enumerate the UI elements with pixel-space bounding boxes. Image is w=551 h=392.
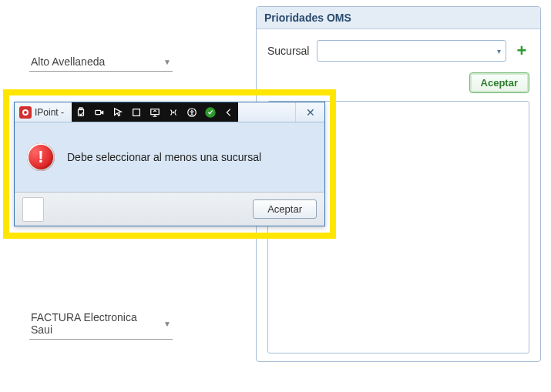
documents-icon bbox=[22, 197, 44, 222]
invoice-type-dropdown-label: FACTURA Electronica Saui bbox=[31, 311, 157, 336]
dialog-title-left: IPoint - bbox=[15, 102, 69, 122]
branch-dropdown[interactable]: Alto Avellaneda ▼ bbox=[29, 52, 173, 72]
video-icon[interactable] bbox=[93, 106, 106, 119]
sucursal-select[interactable]: ▾ bbox=[317, 40, 506, 62]
warning-icon: ! bbox=[27, 143, 55, 171]
check-circle-icon[interactable] bbox=[204, 106, 217, 119]
add-sucursal-button[interactable]: + bbox=[514, 43, 529, 59]
cursor-icon[interactable] bbox=[112, 106, 124, 119]
clipboard-icon[interactable] bbox=[75, 106, 87, 119]
dialog-accept-button[interactable]: Aceptar bbox=[253, 199, 317, 219]
dialog-body: ! Debe seleccionar al menos una sucursal bbox=[15, 122, 324, 192]
branch-dropdown-label: Alto Avellaneda bbox=[31, 55, 105, 68]
alert-dialog: IPoint - ✕ ! Debe seleccionar al menos u… bbox=[14, 102, 325, 226]
chevron-left-icon[interactable] bbox=[223, 106, 235, 119]
svg-point-8 bbox=[191, 109, 193, 111]
plus-icon: + bbox=[517, 42, 527, 59]
sucursal-row: Sucursal ▾ + bbox=[267, 40, 529, 62]
dialog-footer: Aceptar bbox=[15, 192, 324, 226]
accessibility-icon[interactable] bbox=[186, 106, 198, 119]
screen-arrow-icon[interactable] bbox=[149, 106, 161, 119]
close-icon: ✕ bbox=[306, 106, 315, 119]
broadcast-icon[interactable] bbox=[167, 106, 180, 119]
square-icon[interactable] bbox=[130, 106, 143, 119]
svg-rect-3 bbox=[96, 110, 101, 114]
app-icon bbox=[19, 106, 32, 119]
dialog-message: Debe seleccionar al menos una sucursal bbox=[67, 151, 261, 163]
dialog-close-button[interactable]: ✕ bbox=[295, 102, 324, 122]
dialog-titlebar: IPoint - ✕ bbox=[15, 102, 324, 122]
caret-down-icon: ▼ bbox=[163, 58, 171, 66]
recorder-toolbar bbox=[72, 102, 238, 122]
panel-title: Prioridades OMS bbox=[257, 7, 540, 29]
svg-point-6 bbox=[173, 111, 175, 113]
caret-down-icon: ▾ bbox=[497, 47, 501, 55]
svg-rect-4 bbox=[133, 109, 140, 116]
invoice-type-dropdown[interactable]: FACTURA Electronica Saui ▼ bbox=[29, 308, 173, 340]
panel-accept-button[interactable]: Aceptar bbox=[469, 72, 529, 93]
sucursal-label: Sucursal bbox=[267, 45, 309, 57]
caret-down-icon: ▼ bbox=[163, 320, 171, 328]
dialog-app-name: IPoint - bbox=[35, 107, 64, 118]
